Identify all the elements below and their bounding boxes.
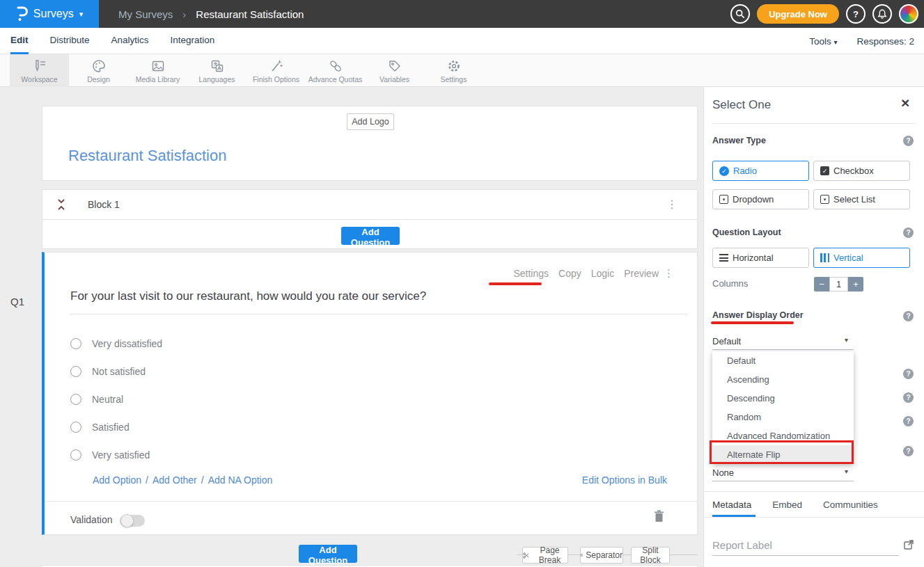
add-option-link[interactable]: Add Option	[93, 474, 141, 486]
collapse-block-icon[interactable]	[56, 198, 66, 214]
question-tab-settings[interactable]: Settings	[513, 268, 549, 279]
radio-button[interactable]	[70, 449, 81, 461]
menu-item-descending[interactable]: Descending	[712, 389, 854, 408]
responses-count[interactable]: Responses: 2	[856, 36, 914, 47]
add-question-button-top[interactable]: Add Question	[341, 227, 400, 245]
layout-vertical-button[interactable]: Vertical	[813, 248, 910, 268]
question-text[interactable]: For your last visit to our restaurant, h…	[70, 289, 426, 303]
search-button[interactable]	[730, 4, 750, 24]
annotation-answer-display-order-underline	[711, 321, 794, 324]
survey-nav-tabs: Edit Distribute Analytics Integration	[10, 28, 214, 54]
validation-toggle[interactable]	[120, 515, 145, 527]
tab-communities[interactable]: Communities	[823, 500, 878, 516]
close-panel-icon[interactable]: ×	[901, 95, 909, 110]
answer-type-radio-button[interactable]: ✓ Radio	[712, 161, 809, 181]
help-button[interactable]: ?	[846, 4, 866, 24]
setting-help-icon[interactable]: ?	[903, 416, 914, 426]
radio-button[interactable]	[70, 422, 81, 433]
tools-menu[interactable]: Tools ▾	[809, 36, 837, 47]
add-other-link[interactable]: Add Other	[152, 474, 197, 486]
slash-separator: /	[146, 474, 148, 486]
survey-header-card: Add Logo Restaurant Satisfaction	[42, 106, 698, 181]
answer-type-dropdown-button[interactable]: ▾ Dropdown	[712, 189, 809, 209]
palette-icon	[91, 58, 107, 74]
notifications-button[interactable]	[872, 4, 892, 24]
delete-question-button[interactable]	[654, 510, 664, 525]
editor-toolbar: Workspace Design Media Library	[0, 54, 924, 87]
add-na-option-link[interactable]: Add NA Option	[208, 474, 273, 486]
vertical-bars-icon	[820, 253, 829, 262]
breadcrumb-my-surveys[interactable]: My Surveys	[118, 8, 173, 20]
toolbar-workspace[interactable]: Workspace	[10, 54, 69, 87]
menu-item-default[interactable]: Default	[712, 351, 854, 370]
product-switcher[interactable]: Surveys ▾	[0, 0, 99, 28]
chevron-down-icon: ▾	[845, 468, 848, 475]
toolbar-advance-quotas[interactable]: Advance Quotas	[306, 54, 365, 87]
questionpro-survey-editor: Surveys ▾ My Surveys › Restaurant Satisf…	[0, 0, 924, 567]
question-tab-copy[interactable]: Copy	[558, 268, 581, 279]
survey-title[interactable]: Restaurant Satisfaction	[68, 147, 226, 165]
upgrade-now-button[interactable]: Upgrade Now	[757, 4, 839, 24]
tab-analytics[interactable]: Analytics	[111, 28, 149, 54]
option-label[interactable]: Very satisfied	[92, 449, 150, 461]
question-layout-help-icon[interactable]: ?	[903, 227, 914, 238]
toolbar-languages[interactable]: Languages	[187, 54, 246, 87]
answer-option-row: Very dissatisfied	[70, 330, 488, 358]
tab-metadata[interactable]: Metadata	[712, 500, 751, 516]
page-break-button[interactable]: Page Break	[522, 547, 568, 564]
tab-integration[interactable]: Integration	[171, 28, 215, 54]
question-menu-button[interactable]: ⋮	[664, 268, 674, 278]
option-label[interactable]: Not satisfied	[92, 366, 146, 377]
radio-button[interactable]	[70, 366, 81, 377]
block-menu-button[interactable]: ⋮	[666, 199, 678, 210]
split-block-button[interactable]: Split Block	[631, 547, 670, 564]
add-question-button-bottom[interactable]: Add Question	[299, 545, 357, 563]
avatar[interactable]	[899, 4, 918, 24]
edit-options-in-bulk-link[interactable]: Edit Options in Bulk	[582, 474, 667, 486]
answer-type-help-icon[interactable]: ?	[903, 136, 914, 146]
option-label[interactable]: Very dissatisfied	[92, 338, 162, 349]
layout-horizontal-button[interactable]: Horizontal	[712, 248, 809, 268]
slash-separator: /	[201, 474, 204, 486]
question-action-tabs: Settings Copy Logic Preview	[513, 268, 659, 279]
toolbar-variables[interactable]: Variables	[365, 54, 424, 87]
answer-options-list: Very dissatisfied Not satisfied Neutral …	[70, 330, 488, 469]
tab-embed[interactable]: Embed	[772, 500, 802, 516]
toolbar-design[interactable]: Design	[69, 54, 128, 87]
setting-help-icon[interactable]: ?	[903, 392, 914, 403]
menu-item-random[interactable]: Random	[712, 408, 854, 426]
question-divider	[70, 314, 687, 314]
survey-canvas: Q1 Add Logo Restaurant Satisfaction Bloc…	[0, 87, 703, 567]
menu-item-ascending[interactable]: Ascending	[712, 370, 854, 389]
question-tab-logic[interactable]: Logic	[591, 268, 614, 279]
tab-distribute[interactable]: Distribute	[50, 28, 90, 54]
product-name: Surveys	[33, 8, 74, 20]
validation-label: Validation	[70, 514, 112, 525]
decrease-columns-button[interactable]: −	[814, 277, 829, 292]
separator-button[interactable]: Separator	[580, 547, 623, 564]
toolbar-finish-options[interactable]: Finish Options	[246, 54, 306, 87]
answer-option-row: Satisfied	[70, 413, 488, 441]
toolbar-settings[interactable]: Settings	[424, 54, 483, 87]
report-label-input[interactable]	[712, 538, 899, 556]
toolbar-media-library[interactable]: Media Library	[128, 54, 187, 87]
answer-display-order-select[interactable]: Default ▾	[712, 335, 854, 347]
columns-value: 1	[829, 277, 848, 292]
question-tab-preview[interactable]: Preview	[624, 268, 659, 279]
radio-button[interactable]	[70, 394, 81, 405]
answer-type-select-list-button[interactable]: ▾ Select List	[813, 189, 910, 209]
bell-icon	[877, 9, 887, 19]
answer-display-order-help-icon[interactable]: ?	[903, 311, 914, 321]
none-select[interactable]: None ▾	[712, 466, 854, 479]
setting-help-icon[interactable]: ?	[903, 446, 914, 456]
radio-button[interactable]	[70, 338, 81, 349]
setting-help-icon[interactable]: ?	[903, 369, 914, 379]
tab-edit[interactable]: Edit	[10, 28, 29, 54]
add-logo-button[interactable]: Add Logo	[347, 113, 394, 130]
question-card: Settings Copy Logic Preview ⋮ For your l…	[42, 252, 698, 535]
increase-columns-button[interactable]: +	[848, 277, 863, 292]
open-in-new-icon[interactable]	[903, 539, 914, 553]
option-label[interactable]: Satisfied	[92, 422, 130, 433]
answer-type-checkbox-button[interactable]: ✓ Checkbox	[813, 161, 910, 181]
option-label[interactable]: Neutral	[92, 394, 123, 405]
